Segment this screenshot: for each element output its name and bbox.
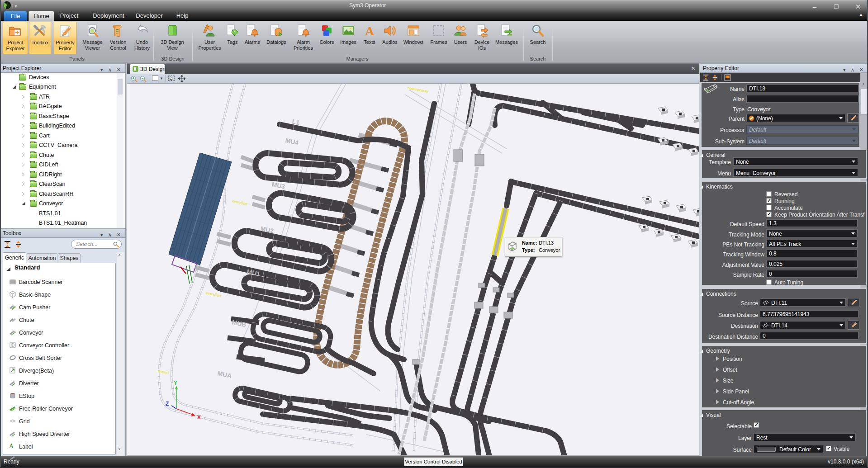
svg-text:A: A bbox=[365, 24, 375, 38]
svg-text:notemptytray: notemptytray bbox=[408, 86, 429, 94]
svg-text:everyT: everyT bbox=[158, 369, 170, 375]
svg-text:L1: L1 bbox=[291, 118, 300, 126]
svg-text:X: X bbox=[197, 414, 201, 421]
svg-text:MUA: MUA bbox=[217, 369, 232, 379]
svg-text:Y: Y bbox=[174, 380, 177, 386]
svg-text:Z: Z bbox=[166, 401, 169, 407]
svg-text:MU4: MU4 bbox=[285, 137, 299, 146]
svg-text:everySort: everySort bbox=[232, 199, 248, 206]
svg-text:everySort: everySort bbox=[206, 291, 222, 298]
